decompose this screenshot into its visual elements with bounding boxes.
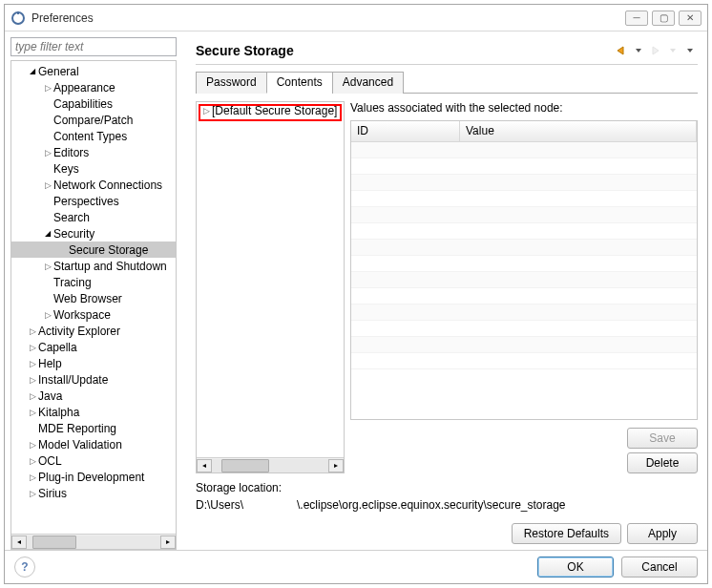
tree-item-kitalpha[interactable]: Kitalpha bbox=[11, 404, 176, 420]
table-row[interactable] bbox=[351, 158, 697, 175]
tree-item-web-browser[interactable]: Web Browser bbox=[11, 290, 176, 306]
tree-item-model-validation[interactable]: Model Validation bbox=[11, 436, 176, 452]
table-row[interactable] bbox=[351, 142, 697, 158]
path-redacted bbox=[243, 498, 297, 509]
tree-item-security[interactable]: Security bbox=[11, 225, 176, 242]
scroll-thumb[interactable] bbox=[221, 459, 269, 472]
expand-icon[interactable] bbox=[42, 148, 53, 158]
tree-item-activity-explorer[interactable]: Activity Explorer bbox=[11, 323, 176, 339]
cancel-button[interactable]: Cancel bbox=[621, 556, 698, 578]
tree-item-secure-storage[interactable]: Secure Storage bbox=[11, 242, 176, 258]
restore-defaults-button[interactable]: Restore Defaults bbox=[512, 523, 621, 544]
tree-item-install-update[interactable]: Install/Update bbox=[11, 371, 176, 388]
nav-back-icon[interactable] bbox=[614, 43, 629, 58]
close-button[interactable]: ✕ bbox=[679, 10, 702, 26]
storage-tree-item[interactable]: [Default Secure Storage] bbox=[197, 102, 344, 119]
table-row[interactable] bbox=[351, 353, 697, 369]
tree-item-plug-in-development[interactable]: Plug-in Development bbox=[11, 469, 176, 485]
column-value[interactable]: Value bbox=[460, 121, 697, 141]
tab-contents[interactable]: Contents bbox=[266, 72, 333, 94]
expand-icon[interactable] bbox=[27, 343, 38, 352]
expand-icon[interactable] bbox=[27, 472, 38, 482]
tree-item-capella[interactable]: Capella bbox=[11, 339, 176, 355]
scroll-thumb[interactable] bbox=[32, 536, 76, 549]
save-button[interactable]: Save bbox=[627, 428, 698, 449]
tree-item-perspectives[interactable]: Perspectives bbox=[11, 193, 176, 209]
collapse-icon[interactable] bbox=[42, 229, 53, 238]
tree-item-search[interactable]: Search bbox=[11, 209, 176, 225]
scroll-left-button[interactable]: ◂ bbox=[197, 459, 212, 472]
table-row[interactable] bbox=[351, 223, 697, 240]
tree-item-content-types[interactable]: Content Types bbox=[11, 128, 176, 144]
window-title: Preferences bbox=[31, 11, 625, 25]
scroll-right-button[interactable]: ▸ bbox=[160, 536, 176, 549]
tree-item-java[interactable]: Java bbox=[11, 388, 176, 404]
tree-item-mde-reporting[interactable]: MDE Reporting bbox=[11, 420, 176, 436]
tree-item-keys[interactable]: Keys bbox=[11, 160, 176, 177]
tree-item-label: Activity Explorer bbox=[38, 325, 120, 338]
tree-item-editors[interactable]: Editors bbox=[11, 144, 176, 160]
values-table[interactable]: ID Value bbox=[350, 120, 698, 420]
apply-button[interactable]: Apply bbox=[627, 523, 698, 544]
expand-icon[interactable] bbox=[200, 106, 212, 116]
tree-item-label: Capabilities bbox=[53, 97, 113, 111]
collapse-icon[interactable] bbox=[27, 67, 38, 75]
table-row[interactable] bbox=[351, 256, 697, 272]
expand-icon[interactable] bbox=[27, 456, 38, 466]
expand-icon[interactable] bbox=[42, 262, 53, 271]
tree-item-label: Appearance bbox=[53, 81, 115, 94]
expand-icon[interactable] bbox=[27, 489, 38, 498]
nav-forward-menu-icon[interactable] bbox=[665, 43, 681, 58]
delete-button[interactable]: Delete bbox=[627, 452, 698, 473]
tree-item-startup-and-shutdown[interactable]: Startup and Shutdown bbox=[11, 258, 176, 274]
tree-item-appearance[interactable]: Appearance bbox=[11, 79, 176, 95]
scroll-left-button[interactable]: ◂ bbox=[11, 536, 27, 549]
tree-item-capabilities[interactable]: Capabilities bbox=[11, 95, 176, 112]
tree-h-scrollbar[interactable]: ◂ ▸ bbox=[11, 534, 176, 549]
view-menu-icon[interactable] bbox=[682, 43, 698, 58]
table-row[interactable] bbox=[351, 304, 697, 321]
table-row[interactable] bbox=[351, 272, 697, 288]
expand-icon[interactable] bbox=[27, 440, 38, 450]
tree-item-network-connections[interactable]: Network Connections bbox=[11, 177, 176, 193]
nav-forward-icon[interactable] bbox=[648, 43, 663, 58]
expand-icon[interactable] bbox=[42, 180, 53, 190]
table-row[interactable] bbox=[351, 207, 697, 223]
table-row[interactable] bbox=[351, 337, 697, 353]
tree-item-label: Compare/Patch bbox=[53, 114, 133, 127]
nav-back-menu-icon[interactable] bbox=[631, 43, 646, 58]
tree-item-workspace[interactable]: Workspace bbox=[11, 306, 176, 323]
scroll-right-button[interactable]: ▸ bbox=[328, 459, 344, 472]
tree-item-ocl[interactable]: OCL bbox=[11, 452, 176, 469]
preferences-tree[interactable]: GeneralAppearanceCapabilitiesCompare/Pat… bbox=[10, 60, 177, 550]
tab-password[interactable]: Password bbox=[196, 72, 267, 94]
expand-icon[interactable] bbox=[27, 408, 38, 417]
expand-icon[interactable] bbox=[27, 359, 38, 368]
tree-item-general[interactable]: General bbox=[11, 63, 176, 79]
help-icon[interactable]: ? bbox=[14, 556, 35, 578]
table-row[interactable] bbox=[351, 240, 697, 256]
table-row[interactable] bbox=[351, 175, 697, 191]
tree-item-help[interactable]: Help bbox=[11, 355, 176, 371]
tree-item-compare-patch[interactable]: Compare/Patch bbox=[11, 112, 176, 128]
ok-button[interactable]: OK bbox=[537, 556, 614, 578]
expand-icon[interactable] bbox=[27, 326, 38, 336]
column-id[interactable]: ID bbox=[351, 121, 460, 141]
maximize-button[interactable]: ▢ bbox=[652, 10, 675, 26]
tree-item-label: Plug-in Development bbox=[38, 471, 144, 484]
tree-item-label: Kitalpha bbox=[38, 406, 79, 419]
expand-icon[interactable] bbox=[27, 375, 38, 385]
minimize-button[interactable]: ─ bbox=[625, 10, 648, 26]
tree-item-sirius[interactable]: Sirius bbox=[11, 485, 176, 501]
table-row[interactable] bbox=[351, 191, 697, 207]
expand-icon[interactable] bbox=[42, 83, 53, 93]
tab-advanced[interactable]: Advanced bbox=[332, 72, 404, 94]
storage-tree-h-scrollbar[interactable]: ◂ ▸ bbox=[197, 457, 344, 472]
expand-icon[interactable] bbox=[42, 310, 53, 320]
table-row[interactable] bbox=[351, 288, 697, 304]
tree-item-tracing[interactable]: Tracing bbox=[11, 274, 176, 290]
expand-icon[interactable] bbox=[27, 391, 38, 401]
storage-tree[interactable]: [Default Secure Storage] ◂ ▸ bbox=[196, 101, 345, 473]
table-row[interactable] bbox=[351, 321, 697, 337]
filter-input[interactable] bbox=[10, 37, 177, 56]
